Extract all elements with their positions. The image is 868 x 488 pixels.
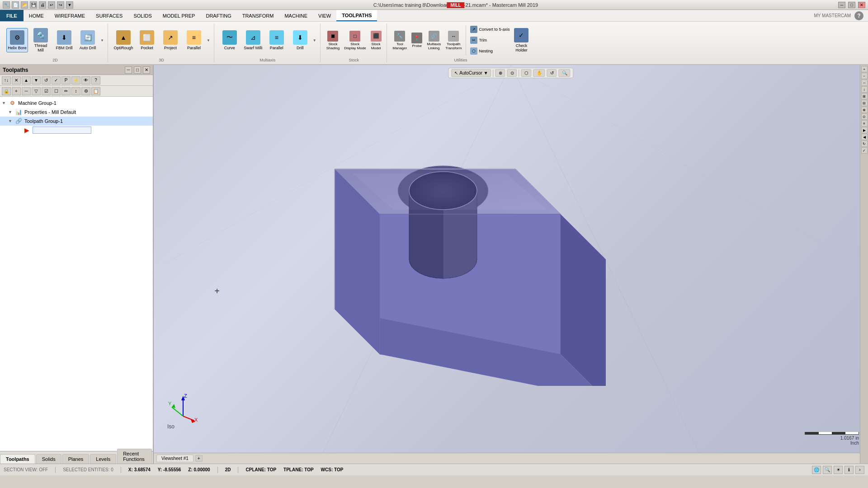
thread-mill-btn[interactable]: 🔩 Thread Mill: [30, 26, 52, 55]
properties-btn[interactable]: ⚙: [81, 87, 90, 95]
lock-btn[interactable]: 🔒: [2, 87, 11, 95]
rt-btn-5[interactable]: ⊞: [861, 93, 868, 99]
menu-toolpaths[interactable]: TOOLPATHS: [336, 10, 377, 21]
helix-bore-btn[interactable]: ⚙ Helix Bore: [6, 28, 28, 52]
rt-btn-10[interactable]: ▶: [861, 127, 868, 133]
checkbox-off-btn[interactable]: ☐: [52, 87, 61, 95]
tree-play-item[interactable]: ▶: [0, 126, 153, 135]
stock-shading-btn[interactable]: ◼ StockShading: [325, 29, 341, 52]
2d-dropdown[interactable]: ▼: [100, 38, 104, 42]
status-info-btn[interactable]: ℹ: [844, 466, 854, 474]
menu-transform[interactable]: TRANSFORM: [237, 10, 279, 21]
2d-mode-status[interactable]: 2D: [225, 467, 231, 472]
rt-btn-13[interactable]: ✓: [861, 147, 868, 154]
trim-btn[interactable]: ✂ Trim: [469, 35, 511, 45]
menu-view[interactable]: VIEW: [313, 10, 336, 21]
tab-recent-functions[interactable]: Recent Functions: [117, 449, 152, 464]
menu-machine[interactable]: MACHINE: [279, 10, 313, 21]
copy-btn[interactable]: 📋: [91, 87, 100, 95]
nesting-btn[interactable]: ⬡ Nesting: [469, 46, 511, 56]
parallel-ma-btn[interactable]: ≡ Parallel: [266, 28, 288, 52]
print-btn[interactable]: 🖨: [39, 1, 46, 9]
move-group-btn[interactable]: ↕: [71, 87, 80, 95]
select-all-btn[interactable]: ↑↓: [2, 76, 11, 84]
parallel-btn[interactable]: ≡ Parallel: [183, 28, 205, 52]
stock-display-btn[interactable]: □ StockDisplay Mode: [343, 29, 367, 52]
viewsheet-tab[interactable]: Viewsheet #1: [156, 455, 193, 462]
deselect-btn[interactable]: ✕: [12, 76, 21, 84]
rt-btn-6[interactable]: ⊟: [861, 100, 868, 106]
viewsheet-add-btn[interactable]: +: [195, 455, 203, 462]
help-panel-btn[interactable]: ?: [91, 76, 100, 84]
zoom-btn[interactable]: 🔍: [559, 69, 571, 77]
multiaxis-linking-btn[interactable]: 🔗 MultiaxisLinking: [425, 29, 442, 52]
filter-btn[interactable]: ▽: [32, 87, 41, 95]
menu-surfaces[interactable]: SURFACES: [90, 10, 128, 21]
convert-5axis-btn[interactable]: ↗ Convert to 5-axis: [469, 24, 511, 34]
rotate-btn[interactable]: ↺: [547, 69, 557, 77]
tool-manager-btn[interactable]: 🔧 ToolManager: [392, 29, 409, 52]
menu-solids[interactable]: SOLIDS: [128, 10, 157, 21]
rt-btn-11[interactable]: ◀: [861, 134, 868, 140]
rt-btn-4[interactable]: ↕: [861, 86, 868, 93]
rt-btn-8[interactable]: ⊙: [861, 113, 868, 120]
autocursor-dropdown[interactable]: ▼: [484, 70, 488, 75]
viewport[interactable]: ↖ AutoCursor ▼ ⊕ ⊙ ⬡ ✋ ↺ 🔍: [154, 65, 868, 464]
rt-btn-7[interactable]: ⊕: [861, 107, 868, 113]
verify-btn[interactable]: ✓: [52, 76, 61, 84]
3d-dropdown[interactable]: ▼: [207, 38, 210, 42]
menu-wireframe[interactable]: WIREFRAME: [49, 10, 90, 21]
tree-machine-group[interactable]: ▼ ⚙ Machine Group-1: [0, 99, 153, 108]
panel-close-btn[interactable]: ✕: [143, 66, 150, 74]
pan-btn[interactable]: ✋: [533, 69, 545, 77]
status-theme-btn[interactable]: ☀: [834, 466, 843, 474]
tree-toolpath-group[interactable]: ▼ 🔗 Toolpath Group-1: [0, 117, 153, 126]
more-btn[interactable]: ▼: [66, 1, 73, 9]
autocursor-btn[interactable]: ↖ AutoCursor ▼: [451, 69, 491, 77]
menu-model-prep[interactable]: MODEL PREP: [157, 10, 201, 21]
move-up-btn[interactable]: ▲: [22, 76, 31, 84]
probe-btn[interactable]: 📍 Probe: [410, 31, 424, 49]
curve-btn[interactable]: 〜 Curve: [219, 28, 241, 52]
new-btn[interactable]: 📄: [12, 1, 19, 9]
menu-file[interactable]: FILE: [0, 10, 24, 21]
move-down-btn[interactable]: ▼: [32, 76, 41, 84]
undo-btn[interactable]: ↩: [48, 1, 55, 9]
help-btn[interactable]: ?: [854, 11, 863, 20]
save-btn[interactable]: 💾: [30, 1, 37, 9]
regen-btn[interactable]: ↺: [42, 76, 51, 84]
expand-btn[interactable]: +: [12, 87, 21, 95]
close-btn[interactable]: ✕: [858, 2, 865, 8]
tree-properties[interactable]: ▼ 📊 Properties - Mill Default: [0, 108, 153, 117]
toggle-display-btn[interactable]: 👁: [81, 76, 90, 84]
highfeed-btn[interactable]: ⚡: [71, 76, 80, 84]
tab-planes[interactable]: Planes: [62, 454, 90, 464]
fbm-drill-btn[interactable]: ⬇ FBM Drill: [53, 28, 75, 52]
collapse-btn[interactable]: ─: [22, 87, 31, 95]
stock-model-btn[interactable]: ⬛ StockModel: [369, 29, 383, 52]
drill-ma-btn[interactable]: ⬇ Drill: [289, 28, 311, 52]
checkbox-btn[interactable]: ☑: [42, 87, 51, 95]
rt-btn-12[interactable]: ↻: [861, 141, 868, 147]
tab-solids[interactable]: Solids: [36, 454, 61, 464]
minimize-btn[interactable]: ─: [838, 2, 845, 8]
redo-btn[interactable]: ↪: [57, 1, 64, 9]
project-btn[interactable]: ↗ Project: [160, 28, 181, 52]
swarf-mill-btn[interactable]: ⊿ Swarf Milli: [242, 28, 264, 52]
open-btn[interactable]: 📂: [21, 1, 28, 9]
menu-drafting[interactable]: DRAFTING: [200, 10, 236, 21]
multiaxis-dropdown[interactable]: ▼: [313, 38, 316, 42]
status-arrow-btn[interactable]: ›: [855, 466, 864, 474]
panel-restore-btn[interactable]: □: [134, 66, 141, 74]
view-select-btn[interactable]: ⬡: [521, 69, 532, 77]
tab-toolpaths[interactable]: Toolpaths: [0, 454, 35, 464]
status-zoom-btn[interactable]: 🔍: [823, 466, 832, 474]
panel-minimize-btn[interactable]: ─: [125, 66, 132, 74]
maximize-btn[interactable]: □: [848, 2, 855, 8]
status-globe-btn[interactable]: 🌐: [812, 466, 821, 474]
toolpath-transform-btn[interactable]: ↔ ToolpathTransform: [444, 29, 463, 52]
auto-drill-btn[interactable]: 🔄 Auto Drill: [77, 28, 99, 52]
rt-btn-9[interactable]: ≡: [861, 120, 868, 127]
rename-btn[interactable]: ✏: [61, 87, 71, 95]
pocket-btn[interactable]: ⬜ Pocket: [136, 28, 158, 52]
